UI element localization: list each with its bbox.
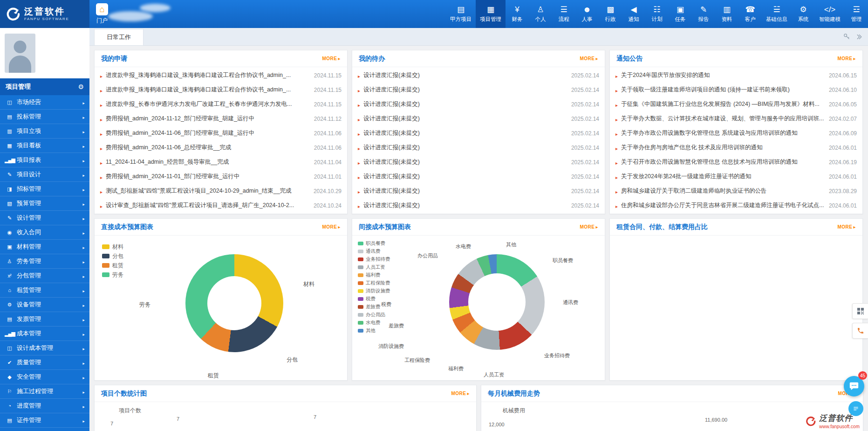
module-nav-item[interactable]: ☷ 计划 [645,0,669,28]
indirect-cost-donut-chart[interactable] [449,254,545,350]
more-link[interactable]: MORE [322,56,341,61]
sidebar-menu-item[interactable]: ◫ 设计成本管理 [0,341,89,355]
expand-icon[interactable] [856,34,862,40]
legend-item[interactable]: 办公用品 [358,311,390,319]
legend-item[interactable]: 人员工资 [358,263,390,271]
list-item[interactable]: 设计进度汇报(未提交) 2025.02.14 [352,126,605,140]
list-item[interactable]: 设计审查_彭祖新城"四馆"景观工程设计项目_请选择_胡广生_2024-10-2.… [95,198,347,213]
module-nav-item[interactable]: ☻ 人事 [575,0,599,28]
legend-item[interactable]: 业务招待费 [358,255,390,263]
feedback-button[interactable] [848,401,863,416]
list-item[interactable]: 进度款申报_珠海鹤港口建设_珠海鹤港口建设工程合作协议书_admin_... 2… [95,68,347,83]
more-link[interactable]: MORE [580,224,598,229]
sidebar-menu-item[interactable]: ▥ 项目立项 [0,124,89,139]
tab-daily-work[interactable]: 日常工作 [94,29,144,45]
list-item[interactable]: 房和城乡建设厅关于取消二级建造师临时执业证书的公告 2023.08.29 [610,184,862,198]
sidebar-menu-item[interactable]: ▤ 证件管理 [0,413,89,428]
list-item[interactable]: 测试_彭祖新城"四馆"景观工程设计项目_2024-10-29_admin_结束_… [95,184,347,198]
list-item[interactable]: 关于召开市政公用设施智慧化管理信息 信息技术与应用培训班的通知 2024.06.… [610,155,862,169]
sidebar-menu-item[interactable]: ◨ 招标管理 [0,182,89,196]
sidebar-menu-item[interactable]: ⚐ 施工过程管理 [0,384,89,399]
list-item[interactable]: 设计进度汇报(未提交) 2025.02.14 [352,198,605,213]
sidebar-menu-item[interactable]: ◆ 安全管理 [0,370,89,384]
module-nav-item[interactable]: ☰ 流程 [552,0,575,28]
module-nav-item[interactable]: ☱ 基础信息 [762,0,792,28]
list-item[interactable]: 住房和城乡建设部办公厅关于同意吉林省开展二级建造师注册证书电子化试点... 20… [610,198,862,213]
module-nav-item[interactable]: ✎ 报告 [692,0,715,28]
key-icon[interactable] [843,33,850,40]
list-item[interactable]: 关于举办市政公用设施数字化管理信息 系统建设与应用培训班的通知 2024.06.… [610,126,862,140]
module-nav-item[interactable]: ▥ 资料 [715,0,738,28]
list-item[interactable]: 设计进度汇报(未提交) 2025.02.14 [352,68,605,83]
list-item[interactable]: 设计进度汇报(未提交) 2025.02.14 [352,184,605,198]
list-item[interactable]: 费用报销_admin_2024-11-12_部门经理审批_胡建_运行中 2024… [95,111,347,126]
module-nav-item[interactable]: ☲ 管理 [845,0,868,28]
more-link[interactable]: MORE [837,56,856,61]
project-count-chart-body[interactable]: 项目个数 7 7 7 [95,402,476,431]
sidebar-menu-item[interactable]: ▤ 投标管理 [0,110,89,124]
gear-icon[interactable] [78,83,84,90]
sidebar-menu-item[interactable]: ✔ 质量管理 [0,355,89,370]
sidebar-menu-item[interactable]: ✎ 设计管理 [0,211,89,225]
module-nav-item[interactable]: ♙ 个人 [529,0,552,28]
list-item[interactable]: 费用报销_admin_2024-11-06_总经理审批__完成 2024.11.… [95,140,347,155]
list-item[interactable]: 11_2024-11-04_admin_经营部_领导审批__完成 2024.11… [95,155,347,169]
module-nav-item[interactable]: ☎ 客户 [738,0,762,28]
list-item[interactable]: 设计进度汇报(未提交) 2025.02.14 [352,155,605,169]
list-item[interactable]: 设计进度汇报(未提交) 2025.02.14 [352,97,605,111]
legend-item[interactable]: 差旅费 [358,303,390,311]
list-item[interactable]: 进度款申报_珠海鹤港口建设_珠海鹤港口建设工程合作协议书_admin_... 2… [95,83,347,97]
module-nav-item[interactable]: ¥ 财务 [506,0,529,28]
direct-cost-donut-chart[interactable] [185,254,283,352]
funnel-segment[interactable]: 租赁结算26.6% [700,327,772,372]
legend-item[interactable]: 税费 [358,295,390,303]
sidebar-menu-item[interactable]: ▂▄▆ 项目报表 [0,153,89,167]
list-item[interactable]: 设计进度汇报(未提交) 2025.02.14 [352,111,605,126]
funnel-segment[interactable]: 租赁付款29.04% [682,292,790,325]
sidebar-menu-item[interactable]: x² 分包管理 [0,269,89,283]
legend-item[interactable]: 其他 [358,327,390,334]
list-item[interactable]: 关于领取一级注册建造师培训项目的通知 (须持一建证书前来领取) 2024.06.… [610,83,862,97]
user-profile[interactable] [0,28,89,78]
legend-item[interactable]: 消防设施费 [358,287,390,295]
list-item[interactable]: 关于举办大数据、云计算技术在城市建设、规划、管理与服务中的应用培训班... 20… [610,111,862,126]
sidebar-menu-item[interactable]: ⌂ 租赁管理 [0,283,89,298]
list-item[interactable]: 设计进度汇报(未提交) 2025.02.14 [352,83,605,97]
legend-item[interactable]: 租赁 [102,261,123,270]
list-item[interactable]: 关于举办住房与房地产信息化 技术及应用培训班的通知 2024.06.01 [610,140,862,155]
module-nav-item[interactable]: ◀ 通知 [622,0,645,28]
sidebar-menu-item[interactable]: ♙ 劳务管理 [0,254,89,269]
qr-code-widget[interactable] [852,303,868,319]
module-nav-item[interactable]: ▦ 项目管理 [476,0,506,28]
legend-item[interactable]: 通讯费 [358,247,390,255]
legend-item[interactable]: 分包 [102,251,123,261]
more-link[interactable]: MORE [451,391,470,396]
sidebar-menu-item[interactable]: ▦ 项目看板 [0,139,89,153]
funnel-segment[interactable]: 租赁合同44.36% [638,251,834,290]
module-nav-item[interactable]: ▤ 甲方项目 [446,0,476,28]
module-nav-item[interactable]: ⚙ 系统 [792,0,815,28]
customer-service-widget[interactable] [852,323,868,339]
sidebar-menu-item[interactable]: ✎ 项目设计 [0,167,89,182]
sidebar-menu-item[interactable]: ▂▄▆ 成本管理 [0,327,89,341]
list-item[interactable]: 设计进度汇报(未提交) 2025.02.14 [352,140,605,155]
sidebar-menu-item[interactable]: ▧ 预算管理 [0,196,89,211]
legend-item[interactable]: 福利费 [358,271,390,279]
legend-item[interactable]: 劳务 [102,270,123,279]
sidebar-menu-item[interactable]: ◉ 收入合同 [0,225,89,240]
more-link[interactable]: MORE [322,224,341,229]
list-item[interactable]: 费用报销_admin_2024-11-01_部门经理审批_运行中 2024.11… [95,169,347,184]
legend-item[interactable]: 水电费 [358,319,390,327]
sidebar-menu-item[interactable]: ◫ 市场经营 [0,95,89,110]
sidebar-menu-item[interactable]: ⚙ 设备管理 [0,298,89,312]
list-item[interactable]: 关于发放2024年第24批一级建造师注册证书的通知 2024.06.01 [610,169,862,184]
list-item[interactable]: 进度款申报_长春市伊通河水力发电厂改建工程_长春市伊通河水力发电... 2024… [95,97,347,111]
list-item[interactable]: 于征集《中国建筑施工行业信息化发展报告 (2024) —BIM应用与发展》材料.… [610,97,862,111]
app-logo[interactable]: 泛普软件 FANPU SOFTWARE [0,0,89,28]
more-link[interactable]: MORE [837,224,856,229]
module-nav-item[interactable]: ▩ 行政 [599,0,622,28]
list-item[interactable]: 关于2024年国庆节放假安排的通知 2024.06.15 [610,68,862,83]
legend-item[interactable]: 材料 [102,242,123,251]
legend-item[interactable]: 工程保险费 [358,279,390,287]
sidebar-menu-item[interactable]: ▤ 发票管理 [0,312,89,327]
